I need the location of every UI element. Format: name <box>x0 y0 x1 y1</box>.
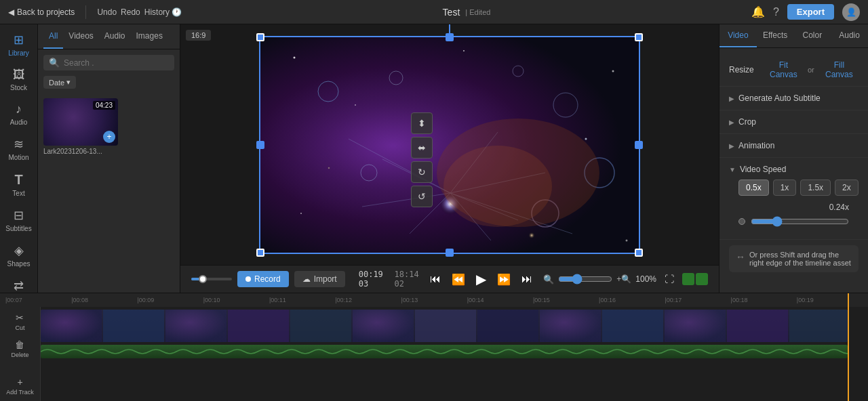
skip-to-start-button[interactable]: ⏮ <box>427 272 443 287</box>
tab-videos[interactable]: Videos <box>63 24 98 49</box>
svg-point-19 <box>325 156 345 176</box>
rewind-button[interactable]: ⏪ <box>449 272 468 287</box>
animation-toggle[interactable]: ▶ Animation <box>729 141 859 150</box>
skip-to-end-button[interactable]: ⏭ <box>519 272 535 287</box>
or-label: or <box>808 66 814 74</box>
transitions-icon: ⇄ <box>14 278 24 293</box>
zoom-slider[interactable] <box>558 274 612 284</box>
rotate-cw-button[interactable]: ↻ <box>411 161 433 183</box>
export-button[interactable]: Export <box>787 4 834 20</box>
help-icon[interactable]: ? <box>773 6 779 18</box>
sidebar-item-audio[interactable]: ♪ Audio <box>0 97 37 131</box>
tab-images[interactable]: Images <box>131 24 168 49</box>
cut-icon: ✂ <box>16 312 24 323</box>
tab-video[interactable]: Video <box>719 24 757 47</box>
marker-out[interactable] <box>696 273 708 285</box>
svg-rect-29 <box>41 310 102 342</box>
cut-button[interactable]: ✂ Cut <box>12 310 27 334</box>
chevron-right-icon-crop: ▶ <box>729 119 734 126</box>
video-speed-toggle[interactable]: ▼ Video Speed <box>729 165 859 174</box>
ruler-mark-1: |00:07 <box>5 297 71 303</box>
handle-right-mid[interactable] <box>635 141 643 149</box>
tab-color[interactable]: Color <box>794 24 831 47</box>
tab-all[interactable]: All <box>43 24 63 49</box>
back-label: Back to projects <box>17 7 75 17</box>
flip-vertical-button[interactable]: ⬍ <box>411 112 433 134</box>
search-input[interactable] <box>64 58 169 68</box>
import-button[interactable]: ☁ Import <box>294 271 345 287</box>
fill-canvas-button[interactable]: Fill Canvas <box>820 60 859 79</box>
audio-track-bar[interactable] <box>41 345 848 358</box>
sidebar-item-subtitles[interactable]: ⊟ Subtitles <box>0 203 37 238</box>
progress-bar <box>191 278 232 280</box>
speed-1x-button[interactable]: 1x <box>773 180 797 196</box>
zoom-in-icon[interactable]: +🔍 <box>616 274 631 284</box>
sidebar-item-library[interactable]: ⊞ Library <box>0 27 37 62</box>
video-speed-section: ▼ Video Speed 0.5x 1x 1.5x 2x 0.24x <box>719 158 868 240</box>
flip-horizontal-button[interactable]: ⬌ <box>411 137 433 159</box>
history-button[interactable]: History 🕐 <box>144 7 182 17</box>
bell-icon[interactable]: 🔔 <box>751 5 765 18</box>
date-label: Date <box>49 79 64 87</box>
handle-bottom-right[interactable] <box>635 249 643 257</box>
handle-top-left[interactable] <box>256 33 264 41</box>
back-button[interactable]: ◀ Back to projects <box>8 7 75 17</box>
marker-buttons <box>682 273 708 285</box>
ruler-mark-5: |00:11 <box>269 297 335 303</box>
handle-bottom-left[interactable] <box>256 249 264 257</box>
sidebar-item-text[interactable]: T Text <box>0 167 37 203</box>
left-sidebar: ⊞ Library 🖼 Stock ♪ Audio ≋ Motion T Tex… <box>0 24 38 293</box>
fast-forward-button[interactable]: ⏩ <box>494 272 513 287</box>
date-filter-button[interactable]: Date ▾ <box>43 76 76 89</box>
tab-effects[interactable]: Effects <box>757 24 794 47</box>
animation-label: Animation <box>738 141 774 150</box>
marker-in[interactable] <box>682 273 694 285</box>
tab-audio-right[interactable]: Audio <box>831 24 868 47</box>
sidebar-item-transitions[interactable]: ⇄ Transitions <box>0 273 37 293</box>
shapes-icon: ◈ <box>14 243 24 258</box>
record-button[interactable]: Record <box>237 271 289 287</box>
right-panel: Video Effects Color Audio Resize Fit Can… <box>719 24 868 293</box>
rotate-ccw-button[interactable]: ↺ <box>411 186 433 207</box>
ruler-mark-10: |00:16 <box>599 297 665 303</box>
timeline-ruler: |00:07 |00:08 |00:09 |00:10 |00:11 |00:1… <box>0 293 868 307</box>
redo-button[interactable]: Redo <box>121 7 140 17</box>
progress-knob[interactable] <box>199 275 207 283</box>
ruler-mark-3: |00:09 <box>137 297 203 303</box>
speed-0-5x-button[interactable]: 0.5x <box>738 180 769 196</box>
svg-rect-40 <box>727 310 788 342</box>
resize-section: Resize Fit Canvas or Fill Canvas <box>719 48 868 87</box>
zoom-out-icon[interactable]: 🔍 <box>543 274 554 284</box>
delete-button[interactable]: 🗑 Delete <box>8 337 31 361</box>
media-item[interactable]: 04:23 + Lark20231206-13... <box>43 98 118 287</box>
handle-left-mid[interactable] <box>256 141 264 149</box>
video-preview <box>260 37 639 253</box>
svg-point-25 <box>300 213 302 214</box>
handle-bottom-mid[interactable] <box>446 249 454 257</box>
handle-top-mid[interactable] <box>446 33 454 41</box>
sidebar-item-stock[interactable]: 🖼 Stock <box>0 62 37 97</box>
audio-track <box>41 345 868 364</box>
sidebar-item-shapes[interactable]: ◈ Shapes <box>0 238 37 273</box>
sidebar-item-motion[interactable]: ≋ Motion <box>0 131 37 167</box>
zoom-controls: 🔍 +🔍 100% <box>543 274 656 284</box>
fit-canvas-button[interactable]: Fit Canvas <box>765 60 802 79</box>
playback-controls: ⏮ ⏪ ▶ ⏩ ⏭ <box>427 270 535 289</box>
speed-2x-button[interactable]: 2x <box>835 180 859 196</box>
sidebar-label-audio: Audio <box>10 119 28 126</box>
play-pause-button[interactable]: ▶ <box>473 270 489 289</box>
tab-audio[interactable]: Audio <box>99 24 131 49</box>
speed-slider[interactable] <box>751 216 849 227</box>
add-track-button[interactable]: + Add Track <box>3 374 37 398</box>
fullscreen-button[interactable]: ⛶ <box>665 274 674 284</box>
speed-1-5x-button[interactable]: 1.5x <box>800 180 831 196</box>
handle-top-right[interactable] <box>635 33 643 41</box>
video-track-bar[interactable] <box>41 310 848 342</box>
rotation-handle[interactable] <box>449 24 450 33</box>
auto-subtitle-toggle[interactable]: ▶ Generate Auto Subtitle <box>729 93 859 103</box>
search-bar: 🔍 <box>43 55 174 70</box>
add-media-button[interactable]: + <box>103 131 115 143</box>
crop-toggle[interactable]: ▶ Crop <box>729 117 859 127</box>
undo-button[interactable]: Undo <box>97 7 117 17</box>
timeline-content: ✂ Cut 🗑 Delete + Add Track <box>0 307 868 401</box>
